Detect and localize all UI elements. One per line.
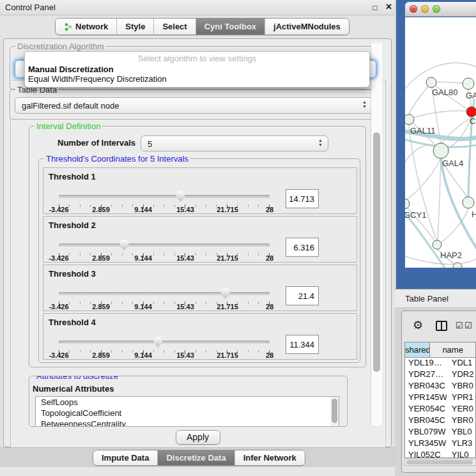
tick-label: 9.144: [134, 254, 152, 262]
settings-vertical-scrollbar[interactable]: [371, 43, 382, 426]
table-row[interactable]: YIL052CYIL0: [405, 450, 475, 458]
table-row[interactable]: YBL079WYBL0: [405, 427, 475, 438]
threshold-value-field[interactable]: 11.344: [286, 335, 319, 354]
tab-cyni-toolbox[interactable]: Cyni Toolbox: [196, 19, 265, 35]
tab-select[interactable]: Select: [154, 19, 196, 35]
attributes-scrollbar[interactable]: [330, 397, 339, 426]
threshold-slider[interactable]: [59, 238, 270, 252]
network-node-h[interactable]: [463, 197, 474, 208]
network-node-gal11[interactable]: [405, 114, 414, 125]
table-row[interactable]: YER054CYER0: [405, 404, 475, 415]
slider-thumb-icon[interactable]: [119, 240, 129, 251]
table-cell[interactable]: YBR0: [447, 381, 475, 392]
network-node-gcy1[interactable]: [405, 199, 410, 209]
traffic-close-button[interactable]: [410, 5, 417, 13]
bottom-strip: [0, 467, 395, 476]
table-row[interactable]: YLR345WYLR3: [405, 438, 475, 450]
table-cell[interactable]: YDR2: [447, 369, 475, 381]
table-row[interactable]: YBR043CYBR0: [405, 381, 475, 392]
table-cell[interactable]: YDL19…: [405, 358, 447, 369]
attribute-item-betweennesscentrality[interactable]: BetweennessCentrality: [36, 418, 339, 427]
network-canvas[interactable]: GAL80GACGAL11GAL4GCY1HHAP2: [405, 17, 476, 268]
tick-label: -3.426: [49, 206, 68, 213]
table-cell[interactable]: YLR3: [447, 438, 475, 450]
checkbox-icon[interactable]: ☑: [464, 321, 472, 330]
dropdown-option-equal-width-frequency-discretization[interactable]: Equal Width/Frequency Discretization: [27, 74, 365, 84]
slider-thumb-icon[interactable]: [220, 288, 231, 300]
float-icon[interactable]: □: [372, 3, 377, 12]
network-node-c[interactable]: [466, 107, 476, 117]
scrollbar-thumb[interactable]: [373, 132, 380, 372]
table-cell[interactable]: YBR043C: [405, 381, 447, 392]
network-edge: [409, 82, 431, 114]
tab-infer-network[interactable]: Infer Network: [235, 450, 305, 465]
scrollbar-thumb[interactable]: [332, 399, 337, 423]
threshold-slider[interactable]: [59, 287, 270, 301]
table-row[interactable]: YDL19…YDL1: [405, 358, 475, 369]
column-header-shared-name[interactable]: shared…: [405, 342, 430, 357]
table-cell[interactable]: YDR27…: [405, 369, 447, 381]
table-cell[interactable]: YER0: [447, 404, 475, 415]
threshold-value-field[interactable]: 6.316: [286, 238, 319, 257]
slider-track[interactable]: [59, 292, 270, 295]
table-row[interactable]: YBR045CYBR0: [405, 415, 475, 427]
tick-label: 28: [266, 351, 273, 359]
tick-label: -3.426: [49, 254, 68, 262]
table-cell[interactable]: YBL0: [447, 427, 475, 438]
table-data-combobox[interactable]: galFiltered.sif default node ▲▼: [15, 97, 372, 114]
threshold-slider[interactable]: [59, 190, 270, 204]
slider-track[interactable]: [59, 195, 270, 198]
tick-label: 2.859: [92, 254, 110, 262]
table-horizontal-scrollbar[interactable]: [404, 459, 476, 466]
columns-icon[interactable]: [436, 321, 447, 331]
scrollbar-thumb[interactable]: [406, 460, 473, 464]
attribute-item-selfloops[interactable]: SelfLoops: [36, 397, 339, 408]
column-header-name[interactable]: name: [430, 342, 475, 357]
threshold-value-field[interactable]: 14.713: [286, 189, 319, 208]
traffic-zoom-button[interactable]: [433, 5, 440, 13]
slider-track[interactable]: [59, 243, 270, 247]
network-window-titlebar: [405, 2, 476, 17]
tab-jactivemnodules[interactable]: jActiveMNodules: [265, 19, 349, 35]
table-cell[interactable]: YBR045C: [405, 415, 447, 427]
threshold-value-field[interactable]: 21.4: [286, 286, 319, 305]
table-cell[interactable]: YIL052C: [405, 450, 447, 458]
gear-icon[interactable]: ⚙: [413, 318, 423, 332]
tab-style[interactable]: Style: [117, 19, 154, 35]
slider-thumb-icon[interactable]: [153, 337, 163, 348]
network-node-ga[interactable]: [463, 78, 474, 89]
tick-label: 15.43: [176, 351, 194, 359]
table-cell[interactable]: YLR345W: [405, 438, 447, 450]
table-row[interactable]: YDR27…YDR2: [405, 369, 475, 381]
stepper-arrows-icon: ▲▼: [318, 138, 323, 147]
table-cell[interactable]: YER054C: [405, 404, 447, 415]
tab-discretize-data[interactable]: Discretize Data: [158, 450, 234, 465]
network-node-gal80[interactable]: [426, 77, 436, 88]
table-cell[interactable]: YPR145W: [405, 392, 447, 404]
tab-impute-data[interactable]: Impute Data: [93, 450, 158, 465]
table-cell[interactable]: YIL0: [447, 450, 475, 458]
traffic-minimize-button[interactable]: [421, 5, 429, 13]
table-row[interactable]: YPR145WYPR1: [405, 392, 475, 404]
network-node-hap2[interactable]: [433, 240, 441, 249]
table-cell[interactable]: YBR0: [447, 415, 475, 427]
table-cell[interactable]: YPR1: [447, 392, 475, 404]
table-panel-title: Table Panel: [405, 294, 449, 303]
slider-track[interactable]: [59, 341, 270, 344]
apply-button[interactable]: Apply: [176, 430, 220, 445]
dropdown-option-manual-discretization[interactable]: Manual Discretization: [27, 65, 365, 74]
network-node-gal4[interactable]: [433, 143, 449, 158]
table-cell[interactable]: YDL1: [447, 358, 475, 369]
tick-label: 21.715: [217, 206, 238, 213]
tab-network[interactable]: Network: [56, 19, 117, 35]
threshold-list: Threshold 1-3.4262.8599.14415.4321.71528…: [43, 167, 357, 362]
slider-thumb-icon[interactable]: [175, 191, 185, 203]
attributes-group: Attributes to discretize Numerical Attri…: [29, 376, 348, 427]
checkbox-icon[interactable]: ☑: [456, 321, 463, 330]
close-icon[interactable]: ✕: [385, 2, 392, 12]
threshold-slider[interactable]: [59, 335, 270, 349]
threshold-panel-4: Threshold 4-3.4262.8599.14415.4321.71528…: [43, 313, 357, 360]
table-cell[interactable]: YBL079W: [405, 427, 447, 438]
number-of-intervals-combobox[interactable]: 5 ▲▼: [141, 135, 328, 151]
attribute-item-topologicalcoefficient[interactable]: TopologicalCoefficient: [36, 408, 339, 418]
